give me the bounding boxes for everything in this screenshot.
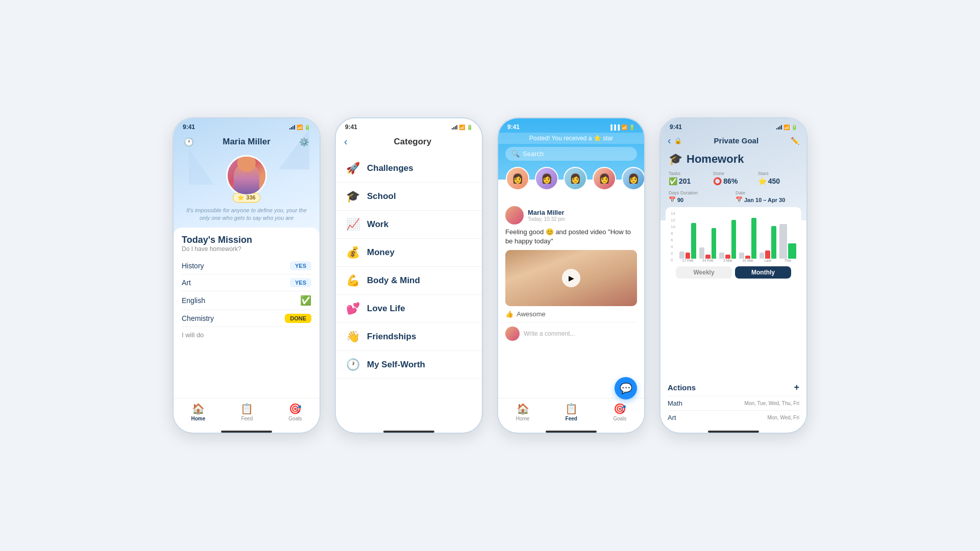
category-friendships[interactable]: 👋 Friendships (336, 323, 482, 351)
stat-done: Done ⭕ 86% (713, 171, 753, 185)
status-icons-1: 📶 🔋 (289, 124, 310, 130)
feed-icon-3: 📋 (565, 403, 578, 415)
date-duration-val: 📅 90 (669, 196, 731, 203)
time-4: 9:41 (670, 123, 682, 131)
nav-feed-1[interactable]: 📋 Feed (240, 403, 253, 421)
bar-gray-1 (679, 252, 684, 259)
home-icon: 🏠 (192, 403, 205, 415)
category-love-life[interactable]: 💕 Love Life (336, 295, 482, 323)
homework-label: Homework (687, 153, 744, 166)
add-action-button[interactable]: + (794, 382, 799, 393)
work-icon: 📈 (346, 218, 360, 231)
nav-goals-label-1: Goals (288, 416, 302, 421)
bar-gray-6 (779, 224, 788, 259)
nav-goals-3[interactable]: 🎯 Goals (613, 403, 626, 421)
chart-wrap: 14 12 10 8 6 4 2 0 (671, 211, 796, 262)
nav-goals-1[interactable]: 🎯 Goals (288, 403, 302, 421)
task-name-art: Art (182, 279, 191, 287)
edit-icon[interactable]: ✏️ (791, 137, 799, 145)
fab-button[interactable]: 💬 (615, 377, 637, 399)
tasks-icon: ✅ (669, 177, 677, 185)
task-badge-chemistry[interactable]: DONE (285, 314, 311, 323)
action-art-name: Art (668, 414, 676, 421)
post-action: 👍 Awesome (505, 310, 637, 318)
category-body-mind[interactable]: 💪 Body & Mind (336, 267, 482, 295)
love-life-icon: 💕 (346, 302, 360, 315)
post-user-info: Maria Miller Today, 10:32 pm (528, 209, 565, 222)
screens-container: 9:41 📶 🔋 🕐 Maria Miller ⚙️ (173, 117, 807, 434)
status-bar-4: 9:41 📶 🔋 (660, 118, 806, 133)
back-button-2[interactable]: ‹ (344, 136, 348, 147)
battery-icon-2: 🔋 (467, 124, 473, 130)
nav-home-3[interactable]: 🏠 Home (516, 403, 530, 421)
calendar-icon-1: 📅 (669, 196, 676, 203)
category-money[interactable]: 💰 Money (336, 239, 482, 267)
stat-stars-label: Stars (758, 171, 798, 176)
school-icon: 🎓 (346, 190, 360, 203)
actions-header: Actions + (668, 379, 799, 396)
task-badge-art[interactable]: YES (290, 278, 311, 287)
toggle-weekly[interactable]: Weekly (676, 266, 732, 279)
date-duration: Days Duration 📅 90 (669, 190, 731, 203)
time-2: 9:41 (345, 123, 357, 131)
bar-gray-4 (739, 253, 744, 259)
bar-col-6 (779, 224, 796, 259)
phone-3: 9:41 ▐▐▐ 📶 🔋 Posted! You received a ⭐ st… (497, 117, 645, 434)
bar-green-6 (788, 243, 796, 259)
feed-content: Maria Miller Today, 10:32 pm Feeling goo… (498, 200, 644, 398)
x-label-2: 24 Feb (699, 259, 716, 262)
avatar (226, 155, 267, 196)
category-work[interactable]: 📈 Work (336, 211, 482, 239)
category-school[interactable]: 🎓 School (336, 183, 482, 211)
category-self-worth[interactable]: 🕐 My Self-Worth (336, 351, 482, 379)
back-button-4[interactable]: ‹ (668, 135, 671, 146)
actions-title: Actions (668, 383, 696, 392)
stat-done-val: ⭕ 86% (713, 177, 753, 185)
date-range: Date 📅 Jan 10 – Apr 30 (736, 190, 798, 203)
friend-5[interactable]: 👩 Milana D. (622, 167, 644, 197)
comment-input[interactable]: Write a comment... (524, 330, 637, 337)
task-badge-history[interactable]: YES (290, 261, 311, 270)
friend-name-5: Milana D. (624, 192, 643, 197)
status-icons-3: ▐▐▐ 📶 🔋 (609, 124, 635, 130)
wifi-icon: 📶 (297, 124, 303, 130)
settings-icon[interactable]: ⚙️ (297, 135, 311, 149)
action-art: Art Mon, Wed, Fri (668, 410, 799, 424)
body-mind-label: Body & Mind (367, 276, 420, 286)
search-bar[interactable]: 🔍 Search (505, 147, 637, 161)
quote-text: It's impossible for anyone to define you… (174, 203, 320, 222)
stat-stars: Stars ⭐ 450 (758, 171, 798, 185)
friend-4[interactable]: 👩 Donna Kol... (592, 167, 617, 197)
task-name-chemistry: Chemistry (182, 314, 214, 322)
bar-green-3 (731, 220, 737, 259)
chart-area: 14 12 10 8 6 4 2 0 (666, 207, 801, 379)
lock-icon: 🔒 (674, 137, 682, 144)
post-video[interactable]: ▶ (505, 250, 637, 306)
comment-row: Write a comment... (505, 322, 637, 341)
avatar-image (228, 157, 265, 194)
nav-feed-label-3: Feed (566, 416, 577, 421)
bar-gray-3 (719, 253, 724, 259)
friend-1[interactable]: 👩 Janny Dou... (505, 167, 530, 197)
friend-avatar-3: 👩 (564, 167, 587, 190)
x-label-1: 17 Feb (679, 259, 696, 262)
nav-home-1[interactable]: 🏠 Home (191, 403, 206, 421)
bar-col-5 (760, 226, 776, 259)
friendships-label: Friendships (367, 332, 416, 342)
task-badge-english[interactable]: ✅ (300, 295, 311, 306)
friend-2[interactable]: 👩 Susan Mie (535, 167, 558, 197)
y-2: 2 (671, 251, 675, 256)
toggle-monthly[interactable]: Monthly (735, 266, 791, 279)
stat-tasks-label: Tasks (669, 171, 709, 176)
bar-col-4 (739, 218, 756, 259)
user-name: Maria Miller (223, 137, 271, 147)
y-10: 10 (671, 224, 675, 229)
nav-feed-3[interactable]: 📋 Feed (565, 403, 578, 421)
history-icon[interactable]: 🕐 (182, 135, 196, 149)
friend-3[interactable]: 👩 Karen D. (564, 167, 587, 197)
done-percent: 86% (723, 177, 738, 185)
done-icon: ⭕ (713, 177, 722, 185)
phone-1-content: 🕐 Maria Miller ⚙️ ⭐ 336 It's impossible … (174, 133, 320, 433)
search-placeholder: Search (523, 150, 544, 158)
category-challenges[interactable]: 🚀 Challenges (336, 155, 482, 183)
